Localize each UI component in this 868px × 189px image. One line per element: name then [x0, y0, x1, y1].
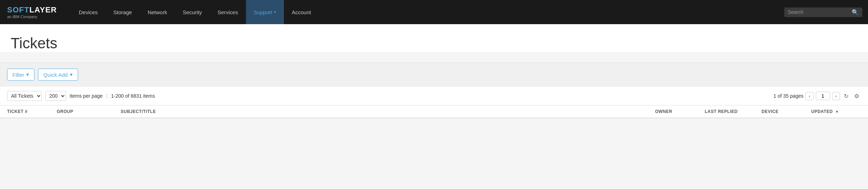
pagination-row: All Tickets 200 Items per page | 1-200 o…	[0, 86, 868, 106]
quick-add-caret-icon: ▾	[70, 71, 73, 78]
col-subject: SUBJECT/TITLE	[121, 109, 655, 114]
logo: SOFTLAYER an IBM Company	[0, 5, 71, 19]
search-icon-button[interactable]: 🔍	[852, 9, 859, 16]
nav-item-security[interactable]: Security	[175, 0, 210, 24]
page-number-input[interactable]	[816, 92, 830, 100]
main-nav: SOFTLAYER an IBM Company Devices Storage…	[0, 0, 868, 24]
next-page-button[interactable]: ›	[832, 92, 840, 100]
refresh-button[interactable]: ↻	[842, 92, 850, 101]
nav-item-support[interactable]: Support ▾	[246, 0, 284, 24]
col-updated[interactable]: UPDATED ▼	[811, 109, 861, 114]
filter-caret-icon: ▾	[26, 71, 29, 78]
items-count: 1-200 of 6831 items	[111, 93, 155, 99]
search-input[interactable]	[788, 9, 852, 15]
pagination-controls: 1 of 35 pages ‹ › ↻ ⚙	[773, 92, 861, 101]
col-ticket-num: TICKET #	[7, 109, 57, 114]
nav-item-services[interactable]: Services	[210, 0, 246, 24]
brand-name: SOFTLAYER	[7, 5, 57, 15]
col-group: GROUP	[57, 109, 121, 114]
nav-item-devices[interactable]: Devices	[71, 0, 105, 24]
pipe-divider: |	[106, 93, 108, 99]
nav-item-account[interactable]: Account	[284, 0, 319, 24]
settings-button[interactable]: ⚙	[852, 92, 861, 101]
nav-item-network[interactable]: Network	[140, 0, 175, 24]
search-bar: 🔍	[784, 7, 862, 17]
table-header: TICKET # GROUP SUBJECT/TITLE OWNER LAST …	[0, 106, 868, 118]
items-per-page-label: Items per page	[70, 93, 103, 99]
sort-desc-icon: ▼	[835, 110, 839, 114]
per-page-select[interactable]: 200	[45, 91, 66, 101]
toolbar: Filter ▾ Quick Add ▾	[0, 63, 868, 86]
support-caret-icon: ▾	[274, 10, 276, 15]
main-content: Tickets	[0, 24, 868, 52]
nav-items: Devices Storage Network Security Service…	[71, 0, 784, 24]
pages-label: 1 of 35 pages	[773, 93, 803, 99]
nav-item-storage[interactable]: Storage	[105, 0, 140, 24]
search-icon: 🔍	[852, 9, 859, 15]
quick-add-button[interactable]: Quick Add ▾	[38, 69, 78, 81]
brand-sub: an IBM Company	[7, 15, 37, 19]
col-device: DEVICE	[762, 109, 811, 114]
col-last-replied: LAST REPLIED	[705, 109, 762, 114]
col-owner: OWNER	[655, 109, 705, 114]
prev-page-button[interactable]: ‹	[806, 92, 813, 100]
filter-button[interactable]: Filter ▾	[7, 69, 34, 81]
page-title: Tickets	[11, 35, 857, 52]
ticket-filter-select[interactable]: All Tickets	[7, 91, 42, 101]
